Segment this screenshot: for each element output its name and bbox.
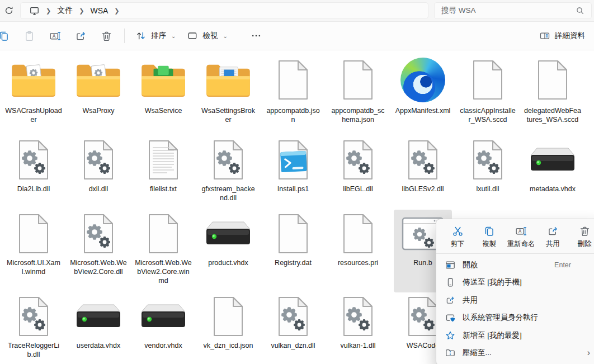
file-item[interactable]: product.vhdx xyxy=(199,210,257,292)
file-gears-icon xyxy=(342,138,374,182)
details-pane-button[interactable]: 詳細資料 xyxy=(534,26,591,46)
see-more-button[interactable] xyxy=(243,26,269,46)
trash-icon xyxy=(101,30,112,42)
copy-icon xyxy=(0,30,10,42)
file-name: Registry.dat xyxy=(275,258,312,267)
file-item[interactable]: WSACrashUploader xyxy=(4,54,63,136)
share-icon xyxy=(547,225,559,237)
address-bar: ❯ 文件 ❯ WSA ❯ 搜尋 WSA xyxy=(0,0,594,22)
breadcrumb-documents[interactable]: 文件 xyxy=(52,4,78,17)
cut-quick-button[interactable]: 剪下 xyxy=(442,224,473,250)
share-icon xyxy=(75,30,87,42)
file-item[interactable]: lxutil.dll xyxy=(459,136,517,210)
file-item[interactable]: vendor.vhdx xyxy=(134,292,192,364)
file-item[interactable]: Dia2Lib.dll xyxy=(4,136,63,210)
file-gears-icon xyxy=(407,295,439,338)
file-item[interactable]: appcompatdb.json xyxy=(264,54,322,136)
file-item[interactable]: filelist.txt xyxy=(134,136,192,210)
menu-item-open-window[interactable]: 開啟Enter xyxy=(439,256,594,274)
breadcrumb-desktop[interactable] xyxy=(24,4,45,17)
context-menu: 剪下複製A重新命名共用刪除 開啟Enter傳送至 [我的手機]共用以系統管理員身… xyxy=(436,219,594,364)
delete-button[interactable] xyxy=(93,26,119,46)
delete-icon xyxy=(579,225,591,237)
file-item[interactable]: Registry.dat xyxy=(264,210,322,292)
file-item[interactable]: Microsoft.Web.WebView2.Core.dll xyxy=(69,210,128,292)
menu-item-share[interactable]: 共用 xyxy=(439,291,594,309)
svg-text:A: A xyxy=(52,33,55,39)
admin-shield-icon xyxy=(445,313,455,323)
file-item[interactable]: vulkan_dzn.dll xyxy=(264,292,322,364)
toolbar-divider xyxy=(124,29,125,43)
file-item[interactable]: appcompatdb_schema.json xyxy=(329,54,387,136)
file-name: appcompatdb_schema.json xyxy=(329,106,386,124)
copy-button[interactable] xyxy=(0,26,16,46)
file-item[interactable]: userdata.vhdx xyxy=(69,292,128,364)
quick-action-label: 共用 xyxy=(546,239,560,249)
file-item[interactable]: WsaSettingsBroker xyxy=(199,54,257,136)
copy-quick-button[interactable]: 複製 xyxy=(474,224,505,250)
file-item[interactable]: metadata.vhdx xyxy=(524,136,582,210)
file-name: Dia2Lib.dll xyxy=(17,185,50,193)
share-button[interactable] xyxy=(68,26,93,46)
file-item[interactable]: AppxManifest.xml xyxy=(394,54,452,136)
file-item[interactable]: Microsoft.Web.WebView2.Core.winmd xyxy=(134,210,192,292)
breadcrumb[interactable]: ❯ 文件 ❯ WSA ❯ xyxy=(20,2,428,19)
file-item[interactable]: classicAppInstaller_WSA.sccd xyxy=(459,54,517,136)
file-item[interactable]: WsaProxy xyxy=(69,54,128,136)
file-item[interactable]: dxil.dll xyxy=(69,136,128,210)
rename-button[interactable]: A xyxy=(42,26,68,46)
file-name: userdata.vhdx xyxy=(77,341,121,350)
file-item[interactable]: delegatedWebFeatures_WSA.sccd xyxy=(524,54,582,136)
file-item[interactable]: libGLESv2.dll xyxy=(394,136,452,210)
paste-button[interactable] xyxy=(16,26,42,46)
rename-quick-button[interactable]: A重新命名 xyxy=(506,224,537,250)
sort-icon xyxy=(135,30,147,41)
file-item[interactable]: vk_dzn_icd.json xyxy=(199,292,257,364)
view-button[interactable]: 檢視 ⌄ xyxy=(181,26,233,46)
file-item[interactable]: Install.ps1 xyxy=(264,136,322,210)
file-item[interactable]: libEGL.dll xyxy=(329,136,387,210)
menu-item-zip-folder[interactable]: 壓縮至...› xyxy=(439,344,594,362)
menu-item-label: 傳送至 [我的手機] xyxy=(463,277,522,287)
menu-item-label: 壓縮至... xyxy=(463,348,492,358)
file-item[interactable]: Microsoft.UI.Xaml.winmd xyxy=(4,210,63,292)
search-icon xyxy=(576,6,584,15)
file-name: libEGL.dll xyxy=(343,185,373,193)
file-name: Microsoft.UI.Xaml.winmd xyxy=(5,258,62,276)
share-quick-button[interactable]: 共用 xyxy=(537,224,568,250)
file-blank-icon xyxy=(277,212,309,256)
sort-button[interactable]: 排序 ⌄ xyxy=(130,26,181,46)
rename-icon: A xyxy=(515,225,527,237)
file-item[interactable]: vulkan-1.dll xyxy=(329,292,387,364)
file-item[interactable]: gfxstream_backend.dll xyxy=(199,136,257,210)
chevron-right-icon: ❯ xyxy=(78,7,85,15)
file-name: metadata.vhdx xyxy=(530,185,576,193)
menu-item-label: 開啟 xyxy=(463,260,478,270)
context-menu-items: 開啟Enter傳送至 [我的手機]共用以系統管理員身分執行新增至 [我的最愛]壓… xyxy=(436,254,594,363)
file-name: AppxManifest.xml xyxy=(395,106,451,115)
file-gears-icon xyxy=(82,138,115,182)
file-name: vk_dzn_icd.json xyxy=(204,341,253,350)
drive-icon xyxy=(531,138,574,182)
refresh-button[interactable] xyxy=(0,2,18,19)
file-item[interactable]: resources.pri xyxy=(329,210,387,292)
quick-action-label: 複製 xyxy=(482,239,496,249)
file-name: vulkan-1.dll xyxy=(340,341,375,350)
file-name: vendor.vhdx xyxy=(144,341,182,350)
chevron-right-icon: ❯ xyxy=(113,7,120,15)
file-item[interactable]: TraceReloggerLib.dll xyxy=(4,292,63,364)
file-item[interactable]: WsaService xyxy=(134,54,192,136)
drive-icon xyxy=(206,212,250,256)
chevron-right-icon: ❯ xyxy=(45,7,52,15)
menu-item-star[interactable]: 新增至 [我的最愛] xyxy=(439,327,594,344)
breadcrumb-wsa[interactable]: WSA xyxy=(85,4,113,17)
menu-item-phone[interactable]: 傳送至 [我的手機] xyxy=(439,274,594,292)
file-name: Run.b xyxy=(413,258,432,267)
file-blank-icon xyxy=(17,212,50,256)
file-grid-row: WSACrashUploader WsaProxy WsaService Wsa… xyxy=(4,54,594,136)
delete-quick-button[interactable]: 刪除 xyxy=(569,224,594,250)
file-blank-icon xyxy=(147,212,180,256)
file-blank-icon xyxy=(342,212,374,256)
menu-item-admin-shield[interactable]: 以系統管理員身分執行 xyxy=(439,309,594,327)
search-input[interactable]: 搜尋 WSA xyxy=(434,2,592,19)
